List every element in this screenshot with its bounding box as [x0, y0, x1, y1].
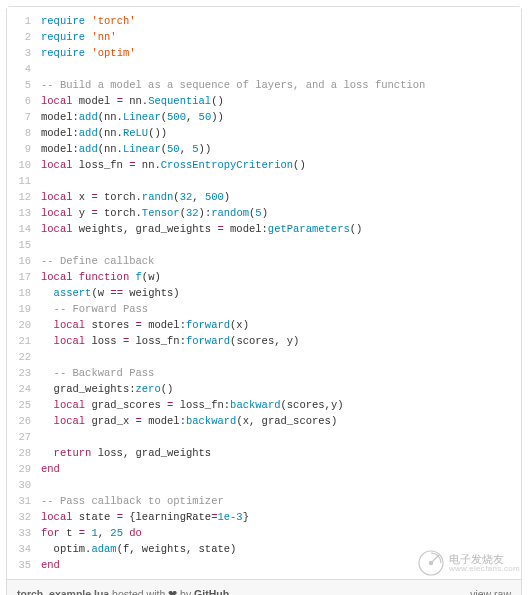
code-line: 17local function f(w) — [7, 269, 521, 285]
line-content: end — [41, 557, 60, 573]
code-line: 9model:add(nn.Linear(50, 5)) — [7, 141, 521, 157]
code-line: 28 return loss, grad_weights — [7, 445, 521, 461]
code-line: 2require 'nn' — [7, 29, 521, 45]
line-number: 8 — [7, 125, 41, 141]
line-content: model:add(nn.Linear(500, 50)) — [41, 109, 224, 125]
line-content: local loss_fn = nn.CrossEntropyCriterion… — [41, 157, 306, 173]
line-number: 28 — [7, 445, 41, 461]
code-line: 12local x = torch.randn(32, 500) — [7, 189, 521, 205]
line-content: grad_weights:zero() — [41, 381, 173, 397]
line-number: 13 — [7, 205, 41, 221]
code-area: 1require 'torch'2require 'nn'3require 'o… — [7, 7, 521, 579]
code-line: 6local model = nn.Sequential() — [7, 93, 521, 109]
line-number: 31 — [7, 493, 41, 509]
line-content: -- Define callback — [41, 253, 154, 269]
code-line: 22 — [7, 349, 521, 365]
line-content: -- Pass callback to optimizer — [41, 493, 224, 509]
line-number: 14 — [7, 221, 41, 237]
line-content: -- Forward Pass — [41, 301, 148, 317]
line-number: 25 — [7, 397, 41, 413]
line-number: 9 — [7, 141, 41, 157]
code-line: 30 — [7, 477, 521, 493]
line-number: 27 — [7, 429, 41, 445]
line-content: require 'torch' — [41, 13, 136, 29]
line-number: 33 — [7, 525, 41, 541]
line-content: model:add(nn.Linear(50, 5)) — [41, 141, 211, 157]
line-content: local loss = loss_fn:forward(scores, y) — [41, 333, 299, 349]
code-line: 23 -- Backward Pass — [7, 365, 521, 381]
line-number: 1 — [7, 13, 41, 29]
line-number: 26 — [7, 413, 41, 429]
code-line: 14local weights, grad_weights = model:ge… — [7, 221, 521, 237]
line-number: 32 — [7, 509, 41, 525]
line-content: local grad_scores = loss_fn:backward(sco… — [41, 397, 344, 413]
line-number: 16 — [7, 253, 41, 269]
line-content: local weights, grad_weights = model:getP… — [41, 221, 362, 237]
line-content: local x = torch.randn(32, 500) — [41, 189, 230, 205]
heart-icon: ❤ — [168, 588, 177, 595]
code-line: 16-- Define callback — [7, 253, 521, 269]
code-line: 29end — [7, 461, 521, 477]
code-line: 11 — [7, 173, 521, 189]
line-number: 6 — [7, 93, 41, 109]
line-number: 15 — [7, 237, 41, 253]
line-number: 4 — [7, 61, 41, 77]
line-content: for t = 1, 25 do — [41, 525, 142, 541]
code-line: 7model:add(nn.Linear(500, 50)) — [7, 109, 521, 125]
line-number: 35 — [7, 557, 41, 573]
line-content: return loss, grad_weights — [41, 445, 211, 461]
code-line: 26 local grad_x = model:backward(x, grad… — [7, 413, 521, 429]
code-line: 3require 'optim' — [7, 45, 521, 61]
code-line: 33for t = 1, 25 do — [7, 525, 521, 541]
line-content: -- Build a model as a sequence of layers… — [41, 77, 425, 93]
line-number: 34 — [7, 541, 41, 557]
hosted-text: hosted with — [109, 588, 168, 595]
view-raw-link[interactable]: view raw — [470, 588, 511, 595]
code-line: 20 local stores = model:forward(x) — [7, 317, 521, 333]
filename-link[interactable]: torch_example.lua — [17, 588, 109, 595]
line-content: local model = nn.Sequential() — [41, 93, 224, 109]
line-number: 20 — [7, 317, 41, 333]
line-number: 2 — [7, 29, 41, 45]
line-content: local grad_x = model:backward(x, grad_sc… — [41, 413, 337, 429]
line-number: 30 — [7, 477, 41, 493]
code-line: 19 -- Forward Pass — [7, 301, 521, 317]
line-content: require 'optim' — [41, 45, 136, 61]
line-number: 24 — [7, 381, 41, 397]
code-line: 35end — [7, 557, 521, 573]
line-number: 19 — [7, 301, 41, 317]
github-link[interactable]: GitHub — [194, 588, 229, 595]
line-content: -- Backward Pass — [41, 365, 154, 381]
line-content: local function f(w) — [41, 269, 161, 285]
line-content: local stores = model:forward(x) — [41, 317, 249, 333]
code-line: 1require 'torch' — [7, 13, 521, 29]
line-content: assert(w == weights) — [41, 285, 180, 301]
gist-footer: torch_example.lua hosted with ❤ by GitHu… — [7, 579, 521, 595]
gist-container: 1require 'torch'2require 'nn'3require 'o… — [6, 6, 522, 595]
code-line: 25 local grad_scores = loss_fn:backward(… — [7, 397, 521, 413]
code-line: 21 local loss = loss_fn:forward(scores, … — [7, 333, 521, 349]
line-content: local y = torch.Tensor(32):random(5) — [41, 205, 268, 221]
code-line: 32local state = {learningRate=1e-3} — [7, 509, 521, 525]
line-content: model:add(nn.ReLU()) — [41, 125, 167, 141]
line-number: 3 — [7, 45, 41, 61]
code-line: 34 optim.adam(f, weights, state) — [7, 541, 521, 557]
line-number: 29 — [7, 461, 41, 477]
by-text: by — [177, 588, 194, 595]
line-content: end — [41, 461, 60, 477]
line-number: 7 — [7, 109, 41, 125]
code-line: 24 grad_weights:zero() — [7, 381, 521, 397]
code-line: 18 assert(w == weights) — [7, 285, 521, 301]
line-number: 5 — [7, 77, 41, 93]
line-content: require 'nn' — [41, 29, 117, 45]
code-line: 31-- Pass callback to optimizer — [7, 493, 521, 509]
footer-left: torch_example.lua hosted with ❤ by GitHu… — [17, 588, 229, 595]
line-number: 21 — [7, 333, 41, 349]
code-line: 4 — [7, 61, 521, 77]
code-line: 15 — [7, 237, 521, 253]
line-number: 12 — [7, 189, 41, 205]
line-number: 11 — [7, 173, 41, 189]
line-content: optim.adam(f, weights, state) — [41, 541, 236, 557]
line-number: 18 — [7, 285, 41, 301]
line-content: local state = {learningRate=1e-3} — [41, 509, 249, 525]
